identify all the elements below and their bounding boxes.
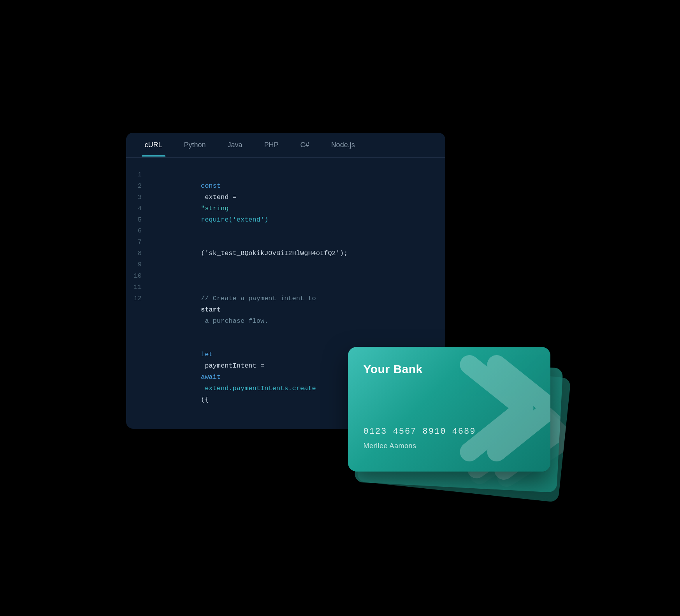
tab-csharp-label: C#: [300, 141, 309, 149]
card-holder: Merilee Aamons: [364, 442, 416, 450]
tab-java-label: Java: [228, 141, 242, 149]
card-number: 0123 4567 8910 4689: [364, 427, 476, 436]
tab-nodejs[interactable]: Node.js: [320, 134, 366, 156]
tabs-bar: cURL Python Java PHP C# Node.js: [126, 133, 445, 158]
chevron-icon-front: [453, 354, 550, 463]
scene: cURL Python Java PHP C# Node.js 1 2 3: [126, 133, 554, 483]
tab-java[interactable]: Java: [217, 134, 253, 156]
card-chevron-front: [453, 354, 550, 465]
tab-curl-label: cURL: [145, 141, 162, 149]
tab-csharp[interactable]: C#: [290, 134, 320, 156]
line-numbers: 1 2 3 4 5 6 7 8 9 10 11 12: [126, 165, 149, 421]
card-front: Your Bank 0123 4567 8910 4689 Merilee Aa…: [348, 347, 550, 472]
tab-php[interactable]: PHP: [253, 134, 290, 156]
tab-curl[interactable]: cURL: [134, 134, 173, 156]
tab-nodejs-label: Node.js: [331, 141, 355, 149]
cards-stack: Your Bank 0123 4567 8910 4689 Merilee Aa…: [329, 242, 554, 483]
tab-python-label: Python: [184, 141, 206, 149]
tab-python[interactable]: Python: [173, 134, 217, 156]
code-line-1: const extend = "string require('extend'): [161, 169, 434, 237]
card-bank-name: Your Bank: [364, 363, 423, 376]
tab-php-label: PHP: [264, 141, 279, 149]
